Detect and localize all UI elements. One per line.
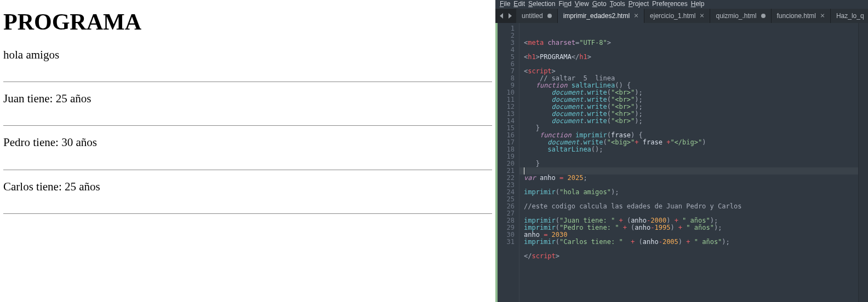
menu-item-selection[interactable]: Selection xyxy=(528,0,555,8)
line-number: 31 xyxy=(498,239,515,246)
code-line[interactable]: imprimir("Pedro tiene: " + (anho-1995) +… xyxy=(524,224,858,231)
close-icon[interactable] xyxy=(820,14,825,18)
code-text[interactable]: <meta charset="UTF-8"><h1>PROGRAMA</h1><… xyxy=(519,23,858,302)
code-line[interactable]: <meta charset="UTF-8"> xyxy=(524,39,858,47)
output-block: hola amigosJuan tiene: 25 añosPedro tien… xyxy=(3,48,492,224)
menu-item-project[interactable]: Project xyxy=(629,0,649,8)
code-line[interactable]: <h1>PROGRAMA</h1> xyxy=(524,54,858,61)
tab-label: imprimir_edades2.html xyxy=(563,12,630,20)
menu-item-preferences[interactable]: Preferences xyxy=(652,0,688,8)
page-heading: PROGRAMA xyxy=(3,9,492,35)
code-line[interactable]: } xyxy=(524,160,858,167)
tab-label: quizmio_.html xyxy=(716,12,756,20)
tab-label: untitled xyxy=(522,12,543,20)
browser-output-pane: PROGRAMA hola amigosJuan tiene: 25 añosP… xyxy=(0,0,495,302)
menu-item-find[interactable]: Find xyxy=(558,0,571,8)
menu-item-goto[interactable]: Goto xyxy=(592,0,607,8)
output-line: Carlos tiene: 25 años xyxy=(3,180,100,193)
svg-marker-0 xyxy=(500,13,503,19)
tab-next-icon[interactable] xyxy=(507,13,512,19)
tab-funcione-html[interactable]: funcione.html xyxy=(772,9,831,23)
tab-prev-icon[interactable] xyxy=(500,13,504,19)
tab-strip: untitledimprimir_edades2.htmlejercicio_1… xyxy=(495,9,868,23)
output-separator xyxy=(3,82,492,82)
tab-ejercicio-1-html[interactable]: ejercicio_1.html xyxy=(644,9,710,23)
output-line: hola amigos xyxy=(3,48,59,61)
svg-marker-1 xyxy=(509,13,512,19)
tab-untitled[interactable]: untitled xyxy=(516,9,558,23)
code-editor-pane: FileEditSelectionFindViewGotoToolsProjec… xyxy=(495,0,868,302)
code-line[interactable]: imprimir("hola amigos"); xyxy=(524,189,858,196)
tab-label: Haz_lo_q xyxy=(836,12,864,20)
tab-imprimir-edades2-html[interactable]: imprimir_edades2.html xyxy=(558,9,644,23)
code-line[interactable]: imprimir("Carlos tiene: " + (anho-2005) … xyxy=(524,239,858,246)
tab-quizmio-html[interactable]: quizmio_.html xyxy=(710,9,771,23)
menu-item-tools[interactable]: Tools xyxy=(610,0,625,8)
dirty-dot-icon xyxy=(761,14,766,18)
close-icon[interactable] xyxy=(700,14,704,18)
dirty-dot-icon xyxy=(547,14,552,18)
line-number-gutter: 1234567891011121314151617181920212223242… xyxy=(498,23,519,302)
code-line[interactable] xyxy=(524,153,858,160)
minimap[interactable] xyxy=(858,23,868,302)
tab-haz-lo-q[interactable]: Haz_lo_q xyxy=(831,9,868,23)
text-cursor xyxy=(524,167,524,175)
output-separator xyxy=(3,213,492,214)
code-line[interactable]: document.write("<br>"); xyxy=(524,118,858,125)
code-line[interactable] xyxy=(524,61,858,68)
code-line[interactable]: </script> xyxy=(524,253,858,260)
output-line: Pedro tiene: 30 años xyxy=(3,136,97,149)
menu-bar[interactable]: FileEditSelectionFindViewGotoToolsProjec… xyxy=(495,0,868,9)
output-line: Juan tiene: 25 años xyxy=(3,92,91,105)
tab-label: ejercicio_1.html xyxy=(650,12,695,20)
close-icon[interactable] xyxy=(634,14,638,18)
tab-label: funcione.html xyxy=(777,12,816,20)
code-line[interactable] xyxy=(524,246,858,253)
menu-item-file[interactable]: File xyxy=(500,0,510,8)
output-separator xyxy=(3,170,492,170)
code-line[interactable]: saltarLinea(); xyxy=(524,146,858,153)
code-line[interactable]: //este codigo calcula las edades de Juan… xyxy=(524,203,858,210)
output-separator xyxy=(3,125,492,126)
menu-item-edit[interactable]: Edit xyxy=(513,0,525,8)
menu-item-help[interactable]: Help xyxy=(691,0,705,8)
code-line[interactable]: var anho = 2025; xyxy=(524,175,858,182)
menu-item-view[interactable]: View xyxy=(575,0,589,8)
code-area[interactable]: 1234567891011121314151617181920212223242… xyxy=(495,23,868,302)
tab-nav-arrows[interactable] xyxy=(495,9,516,23)
